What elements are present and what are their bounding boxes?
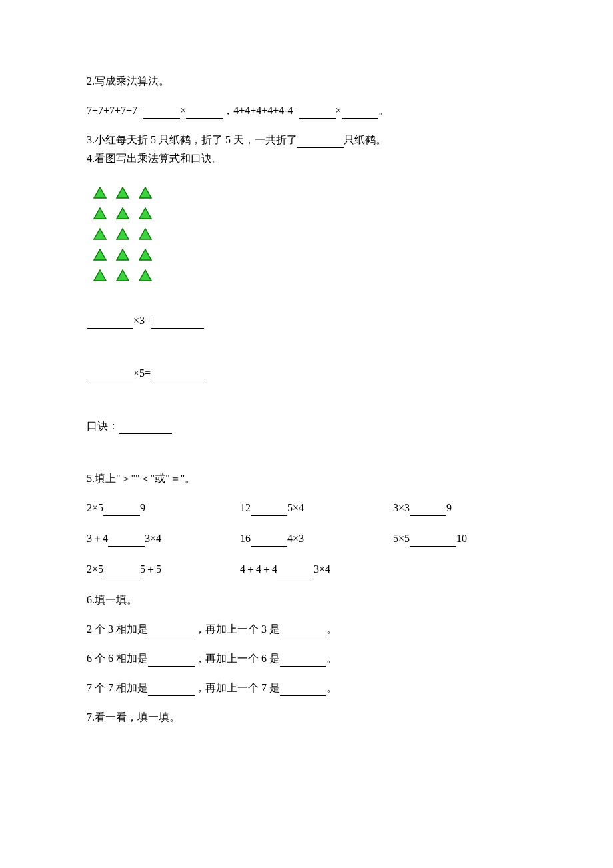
triangle-row <box>93 269 526 286</box>
q5-row-2: 3＋43×4 164×3 5×510 <box>87 531 526 547</box>
q5-grid: 2×59 125×4 3×39 3＋43×4 164×3 5×510 2×55＋… <box>87 500 526 592</box>
svg-marker-0 <box>94 187 106 198</box>
blank-input[interactable] <box>151 317 204 329</box>
q3-text-b: 只纸鹤。 <box>344 134 386 145</box>
svg-marker-2 <box>139 187 151 198</box>
blank-input[interactable] <box>280 626 326 637</box>
q5-cell: 3＋43×4 <box>87 531 220 547</box>
triangle-icon <box>93 249 107 261</box>
svg-marker-1 <box>117 187 129 198</box>
worksheet-page: 2.写成乘法算法。 7+7+7+7+7=×，4+4+4+4+4-4=×。 3.小… <box>0 0 613 868</box>
q6-line-2: 6 个 6 相加是，再加上一个 6 是。 <box>87 651 526 667</box>
triangle-icon <box>93 269 107 281</box>
blank-input[interactable] <box>299 107 336 119</box>
blank-input[interactable] <box>148 655 195 667</box>
compare-right: 4×3 <box>287 533 304 544</box>
q6-text-a: 7 个 7 相加是 <box>87 682 148 693</box>
triangle-icon <box>116 269 129 281</box>
triangle-icon <box>139 187 152 199</box>
triangle-icon <box>116 187 129 199</box>
svg-marker-14 <box>139 270 151 281</box>
compare-right: 3×4 <box>314 563 330 575</box>
svg-marker-7 <box>117 229 129 239</box>
q6-text-b: ，再加上一个 7 是 <box>195 682 280 693</box>
blank-input[interactable] <box>410 535 456 547</box>
blank-input[interactable] <box>297 137 344 148</box>
q7-title: 7.看一看，填一填。 <box>87 709 526 725</box>
period: 。 <box>378 105 389 116</box>
q6-text-c: 。 <box>326 682 337 693</box>
blank-input[interactable] <box>280 655 326 667</box>
svg-marker-6 <box>94 229 106 239</box>
compare-left: 16 <box>240 533 251 544</box>
q5-cell-empty <box>393 561 526 577</box>
q4-koujue: 口诀： <box>87 418 526 434</box>
compare-right: 5×4 <box>287 502 304 513</box>
q3-text-a: 3.小红每天折 5 只纸鹤，折了 5 天，一共折了 <box>87 134 297 145</box>
compare-left: 12 <box>240 502 251 513</box>
triangle-icon <box>139 228 152 240</box>
q6-text-c: 。 <box>326 653 337 664</box>
triangle-row <box>93 207 526 224</box>
q4-eq-times5: ×5= <box>87 365 526 381</box>
blank-input[interactable] <box>148 685 195 696</box>
blank-input[interactable] <box>103 566 140 577</box>
blank-input[interactable] <box>280 685 326 696</box>
blank-input[interactable] <box>186 107 223 119</box>
koujue-label: 口诀： <box>87 420 119 431</box>
triangle-icon <box>116 228 129 240</box>
triangle-row <box>93 228 526 245</box>
compare-left: 5×5 <box>393 533 410 544</box>
blank-input[interactable] <box>143 107 180 119</box>
blank-input[interactable] <box>277 566 314 577</box>
blank-input[interactable] <box>119 423 172 434</box>
q6-text-a: 2 个 3 相加是 <box>87 623 148 635</box>
blank-input[interactable] <box>148 626 195 637</box>
compare-right: 3×4 <box>145 533 161 544</box>
q2-expression-row: 7+7+7+7+7=×，4+4+4+4+4-4=×。 <box>87 103 526 119</box>
triangle-row <box>93 249 526 265</box>
times3-label: ×3= <box>133 315 151 326</box>
blank-input[interactable] <box>251 535 287 547</box>
svg-marker-3 <box>94 208 106 219</box>
q6-line-1: 2 个 3 相加是，再加上一个 3 是。 <box>87 621 526 637</box>
q3-row: 3.小红每天折 5 只纸鹤，折了 5 天，一共折了只纸鹤。 <box>87 132 526 148</box>
blank-input[interactable] <box>251 505 287 516</box>
triangle-row <box>93 187 526 203</box>
compare-right: 10 <box>456 533 467 544</box>
blank-input[interactable] <box>108 535 145 547</box>
q6-line-3: 7 个 7 相加是，再加上一个 7 是。 <box>87 680 526 696</box>
q5-cell: 5×510 <box>393 531 526 547</box>
q2-title: 2.写成乘法算法。 <box>87 73 526 89</box>
compare-left: 2×5 <box>87 563 103 575</box>
triangle-icon <box>116 249 129 261</box>
q5-title: 5.填上"＞""＜"或"＝"。 <box>87 471 526 487</box>
blank-input[interactable] <box>103 505 140 516</box>
triangle-icon <box>93 187 107 199</box>
q6-text-b: ，再加上一个 3 是 <box>195 623 280 635</box>
triangle-icon <box>139 269 152 281</box>
compare-right: 5＋5 <box>140 563 161 575</box>
q6-title: 6.填一填。 <box>87 592 526 608</box>
compare-left: 2×5 <box>87 502 103 513</box>
q5-row-1: 2×59 125×4 3×39 <box>87 500 526 516</box>
separator: ， <box>223 105 233 116</box>
svg-marker-12 <box>94 270 106 281</box>
blank-input[interactable] <box>87 317 133 329</box>
mult-sign: × <box>336 105 342 116</box>
blank-input[interactable] <box>151 370 204 381</box>
svg-marker-9 <box>94 249 106 260</box>
compare-right: 9 <box>446 502 452 513</box>
q5-cell: 125×4 <box>240 500 373 516</box>
compare-right: 9 <box>140 502 145 513</box>
times5-label: ×5= <box>133 367 151 379</box>
q5-cell: 4＋4＋43×4 <box>240 561 373 577</box>
blank-input[interactable] <box>87 370 133 381</box>
q5-cell: 2×55＋5 <box>87 561 220 577</box>
q4-title: 4.看图写出乘法算式和口诀。 <box>87 151 526 167</box>
compare-left: 3×3 <box>393 502 410 513</box>
q4-eq-times3: ×3= <box>87 313 526 329</box>
blank-input[interactable] <box>342 107 378 119</box>
q5-cell: 3×39 <box>393 500 526 516</box>
blank-input[interactable] <box>410 505 446 516</box>
